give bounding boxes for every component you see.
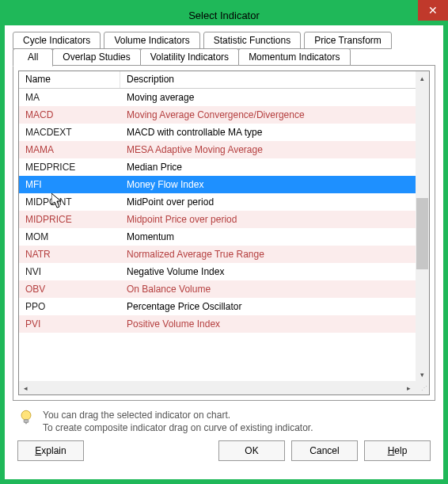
indicator-description: Percentage Price Oscillator (120, 301, 416, 312)
scroll-left-icon[interactable]: ◂ (19, 381, 32, 394)
list-item[interactable]: MIDPRICEMidpoint Price over period (19, 211, 416, 228)
close-icon: ✕ (428, 4, 438, 17)
titlebar: Select Indicator ✕ (5, 5, 443, 25)
list-item[interactable]: MACDEXTMACD with controllable MA type (19, 124, 416, 141)
close-button[interactable]: ✕ (418, 0, 448, 21)
button-bar: Explain OK Cancel Help (13, 437, 435, 463)
tab-overlap-studies[interactable]: Overlap Studies (52, 48, 140, 66)
horizontal-scrollbar[interactable]: ◂ ▸ (19, 381, 416, 394)
indicator-description: MidPoint over period (120, 196, 416, 208)
list-item[interactable]: OBVOn Balance Volume (19, 280, 416, 298)
list-item[interactable]: NATRNormalized Average True Range (19, 246, 416, 263)
indicator-description: Money Flow Index (120, 179, 416, 190)
list-item[interactable]: MIDPOINTMidPoint over period (19, 193, 416, 211)
vertical-scrollbar[interactable]: ▴ ▾ (416, 71, 429, 381)
window-title: Select Indicator (188, 10, 260, 21)
indicator-name: NATR (19, 249, 120, 260)
list-header: Name Description (19, 71, 429, 89)
indicator-name: MACDEXT (19, 127, 120, 138)
indicator-description: Normalized Average True Range (120, 249, 416, 260)
hint-line-2: To create composite indicator drag on cu… (43, 421, 313, 434)
indicator-name: NVI (19, 266, 120, 277)
indicator-name: MA (19, 92, 120, 103)
indicator-list: Name Description MAMoving averageMACDMov… (18, 71, 430, 395)
hint-area: You can drag the selected indicator on c… (13, 401, 435, 437)
indicator-description: MESA Adaptive Moving Average (120, 144, 416, 155)
indicator-name: MFI (19, 179, 120, 190)
indicator-name: MACD (19, 109, 120, 120)
list-item[interactable]: MAMoving average (19, 89, 416, 106)
column-header-name[interactable]: Name (19, 71, 120, 88)
ok-button[interactable]: OK (218, 440, 285, 461)
indicator-name: MIDPRICE (19, 214, 120, 225)
tab-momentum-indicators[interactable]: Momentum Indicators (238, 48, 350, 66)
hint-text: You can drag the selected indicator on c… (43, 409, 313, 434)
indicator-description: Positive Volume Index (120, 318, 416, 330)
explain-button[interactable]: Explain (17, 440, 84, 461)
list-item[interactable]: MOMMomentum (19, 228, 416, 246)
resize-grip-icon: ⋰ (416, 381, 429, 394)
scroll-up-icon[interactable]: ▴ (416, 71, 429, 85)
tab-row-lower: All Overlap Studies Volatility Indicator… (13, 48, 435, 66)
tab-row-upper: Cycle Indicators Volume Indicators Stati… (13, 32, 435, 48)
indicator-name: MAMA (19, 144, 120, 155)
list-item[interactable]: PVIPositive Volume Index (19, 315, 416, 333)
indicator-name: PPO (19, 301, 120, 312)
tab-statistic-functions[interactable]: Statistic Functions (203, 32, 301, 49)
indicator-name: MIDPOINT (19, 196, 120, 208)
svg-point-0 (21, 410, 31, 420)
indicator-description: Momentum (120, 231, 416, 242)
dialog-window: Select Indicator ✕ Cycle Indicators Volu… (0, 0, 448, 484)
indicator-description: MACD with controllable MA type (120, 127, 416, 138)
column-header-description[interactable]: Description (120, 71, 429, 88)
tab-all[interactable]: All (13, 48, 53, 67)
list-item[interactable]: NVINegative Volume Index (19, 263, 416, 280)
indicator-description: Moving average (120, 92, 416, 103)
indicator-name: MOM (19, 231, 120, 242)
indicator-description: Midpoint Price over period (120, 214, 416, 225)
list-item[interactable]: MFIMoney Flow Index (19, 176, 416, 193)
indicator-description: On Balance Volume (120, 284, 416, 295)
list-item[interactable]: MEDPRICEMedian Price (19, 158, 416, 176)
indicator-description: Moving Average Convergence/Divergence (120, 109, 416, 120)
tab-volume-indicators[interactable]: Volume Indicators (104, 32, 199, 49)
indicator-name: PVI (19, 318, 120, 330)
help-button[interactable]: Help (364, 440, 431, 461)
indicator-description: Negative Volume Index (120, 266, 416, 277)
cancel-button[interactable]: Cancel (291, 440, 358, 461)
tab-volatility-indicators[interactable]: Volatility Indicators (140, 48, 239, 66)
scroll-right-icon[interactable]: ▸ (402, 381, 416, 394)
indicator-description: Median Price (120, 162, 416, 173)
list-item[interactable]: MAMAMESA Adaptive Moving Average (19, 141, 416, 158)
tab-cycle-indicators[interactable]: Cycle Indicators (13, 32, 101, 49)
content-area: Cycle Indicators Volume Indicators Stati… (5, 25, 443, 479)
hint-line-1: You can drag the selected indicator on c… (43, 409, 313, 421)
tab-price-transform[interactable]: Price Transform (304, 32, 392, 49)
scroll-thumb[interactable] (416, 198, 428, 269)
lightbulb-icon (17, 409, 35, 426)
list-item[interactable]: MACDMoving Average Convergence/Divergenc… (19, 106, 416, 124)
list-item[interactable]: PPOPercentage Price Oscillator (19, 298, 416, 315)
list-body: MAMoving averageMACDMoving Average Conve… (19, 89, 416, 381)
indicator-name: MEDPRICE (19, 162, 120, 173)
indicator-name: OBV (19, 284, 120, 295)
scroll-down-icon[interactable]: ▾ (416, 368, 429, 381)
tab-panel: Name Description MAMoving averageMACDMov… (13, 65, 435, 401)
svg-rect-1 (24, 420, 28, 423)
